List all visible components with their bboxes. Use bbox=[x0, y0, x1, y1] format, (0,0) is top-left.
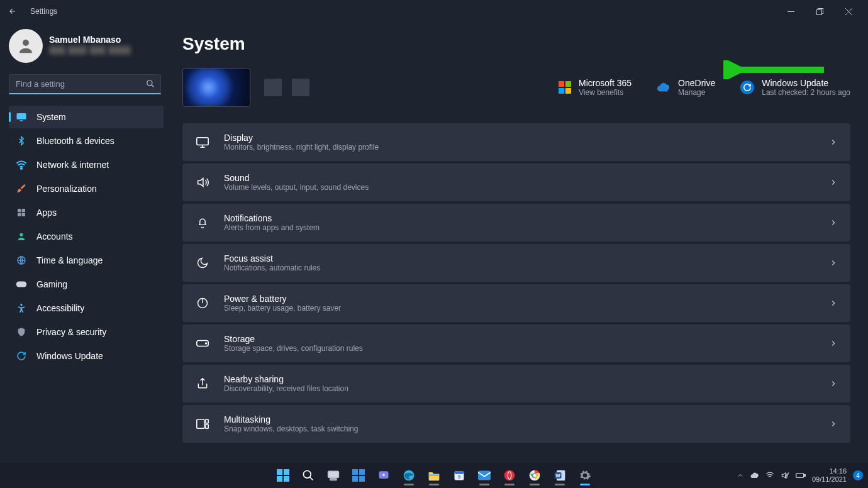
setting-storage[interactable]: Storage Storage space, drives, configura… bbox=[182, 324, 850, 362]
minimize-button[interactable] bbox=[776, 1, 805, 21]
setting-sub: Sleep, battery usage, battery saver bbox=[224, 304, 829, 313]
tray-clock[interactable]: 14:16 09/11/2021 bbox=[812, 467, 847, 483]
setting-sub: Monitors, brightness, night light, displ… bbox=[224, 143, 829, 152]
wifi-tray-icon[interactable] bbox=[765, 471, 774, 480]
taskbar-widgets[interactable] bbox=[348, 465, 369, 486]
bluetooth-icon bbox=[15, 135, 28, 147]
setting-focus-assist[interactable]: Focus assist Notifications, automatic ru… bbox=[182, 244, 850, 282]
ms365-title: Microsoft 365 bbox=[579, 78, 632, 88]
taskbar-start[interactable] bbox=[272, 465, 294, 486]
nav-item-apps[interactable]: Apps bbox=[9, 201, 164, 224]
nav-label: Apps bbox=[36, 208, 57, 218]
nav-label: System bbox=[36, 112, 66, 122]
setting-sub: Alerts from apps and system bbox=[224, 223, 829, 232]
microsoft-logo-icon bbox=[559, 81, 571, 94]
user-email-redacted bbox=[49, 46, 133, 57]
onedrive-sub: Manage bbox=[678, 88, 715, 97]
hero-windows-update[interactable]: Windows Update Last checked: 2 hours ago bbox=[740, 78, 850, 97]
nav-item-windows-update[interactable]: Windows Update bbox=[9, 345, 164, 367]
nav-label: Accessibility bbox=[36, 303, 84, 313]
maximize-button[interactable] bbox=[805, 1, 834, 21]
nav-item-privacy-security[interactable]: Privacy & security bbox=[9, 321, 164, 343]
setting-title: Sound bbox=[224, 173, 829, 183]
notification-badge[interactable]: 4 bbox=[853, 470, 863, 480]
setting-sound[interactable]: Sound Volume levels, output, input, soun… bbox=[182, 164, 850, 201]
gamepad-icon bbox=[15, 278, 28, 291]
hero-ms365[interactable]: Microsoft 365 View benefits bbox=[559, 78, 632, 97]
chevron-right-icon bbox=[829, 419, 838, 428]
nav-label: Personalization bbox=[36, 184, 97, 194]
system-tray[interactable]: 14:16 09/11/2021 4 bbox=[737, 467, 863, 483]
taskbar-center: 9W bbox=[272, 465, 596, 486]
svg-rect-33 bbox=[478, 471, 491, 480]
nav-item-bluetooth-devices[interactable]: Bluetooth & devices bbox=[9, 130, 164, 152]
svg-point-23 bbox=[304, 471, 311, 479]
device-rename-group bbox=[264, 79, 309, 96]
taskbar-opera[interactable] bbox=[499, 465, 520, 486]
taskbar-mail[interactable] bbox=[474, 465, 495, 486]
bell-icon bbox=[195, 215, 210, 230]
nav-label: Privacy & security bbox=[36, 327, 106, 337]
shield-icon bbox=[15, 326, 28, 338]
setting-display[interactable]: Display Monitors, brightness, night ligh… bbox=[182, 123, 850, 161]
moon-icon bbox=[195, 255, 210, 270]
back-button[interactable] bbox=[5, 4, 20, 19]
nav-item-network-internet[interactable]: Network & internet bbox=[9, 153, 164, 176]
volume-tray-icon[interactable] bbox=[781, 471, 789, 480]
desktop-thumbnail[interactable] bbox=[182, 68, 250, 107]
taskbar-settings[interactable] bbox=[574, 465, 596, 486]
window-title: Settings bbox=[30, 7, 57, 16]
nav-item-personalization[interactable]: Personalization bbox=[9, 177, 164, 200]
svg-text:9: 9 bbox=[458, 474, 460, 480]
nav-item-gaming[interactable]: Gaming bbox=[9, 273, 164, 296]
svg-rect-10 bbox=[22, 213, 25, 216]
setting-sub: Discoverability, received files location bbox=[224, 384, 829, 393]
setting-notifications[interactable]: Notifications Alerts from apps and syste… bbox=[182, 204, 850, 241]
setting-multitasking[interactable]: Multitasking Snap windows, desktops, tas… bbox=[182, 405, 850, 443]
svg-rect-24 bbox=[328, 471, 339, 477]
user-profile[interactable]: Samuel Mbanaso bbox=[9, 29, 164, 63]
taskbar-chrome[interactable] bbox=[524, 465, 545, 486]
nav-label: Windows Update bbox=[36, 351, 103, 361]
svg-rect-9 bbox=[18, 213, 21, 216]
tray-time: 14:16 bbox=[812, 467, 847, 475]
nav-item-system[interactable]: System bbox=[9, 106, 164, 128]
nav-item-accessibility[interactable]: Accessibility bbox=[9, 297, 164, 319]
search-box[interactable] bbox=[9, 74, 161, 94]
taskbar-word[interactable]: W bbox=[549, 465, 570, 486]
taskbar-search[interactable] bbox=[298, 465, 319, 486]
monitor-icon bbox=[15, 111, 28, 123]
nav-list: SystemBluetooth & devicesNetwork & inter… bbox=[9, 106, 164, 367]
svg-rect-29 bbox=[429, 474, 440, 476]
setting-sub: Notifications, automatic rules bbox=[224, 263, 829, 272]
onedrive-tray-icon[interactable] bbox=[750, 471, 759, 480]
taskbar-chat[interactable] bbox=[373, 465, 394, 486]
svg-rect-15 bbox=[197, 138, 208, 145]
chevron-right-icon bbox=[829, 138, 838, 147]
main-content: System Microsoft 365 View benefits bbox=[170, 23, 868, 463]
chevron-right-icon bbox=[829, 178, 838, 187]
setting-title: Focus assist bbox=[224, 253, 829, 263]
taskbar-taskview[interactable] bbox=[323, 465, 344, 486]
taskbar-explorer[interactable] bbox=[423, 465, 445, 486]
setting-power-battery[interactable]: Power & battery Sleep, battery usage, ba… bbox=[182, 284, 850, 322]
search-input[interactable] bbox=[9, 74, 161, 94]
page-title: System bbox=[182, 34, 850, 54]
setting-nearby-sharing[interactable]: Nearby sharing Discoverability, received… bbox=[182, 365, 850, 402]
hero-onedrive[interactable]: OneDrive Manage bbox=[657, 78, 715, 97]
nav-item-accounts[interactable]: Accounts bbox=[9, 225, 164, 248]
tray-chevron-up-icon[interactable] bbox=[737, 472, 744, 479]
nav-label: Bluetooth & devices bbox=[36, 136, 114, 146]
sidebar: Samuel Mbanaso SystemBluetooth & devices… bbox=[0, 23, 170, 463]
taskbar-edge[interactable] bbox=[398, 465, 420, 486]
svg-rect-25 bbox=[330, 479, 337, 480]
svg-rect-1 bbox=[816, 9, 821, 14]
taskbar-calendar[interactable]: 9 bbox=[448, 465, 470, 486]
close-button[interactable] bbox=[834, 1, 863, 21]
nav-item-time-language[interactable]: Time & language bbox=[9, 249, 164, 272]
user-name: Samuel Mbanaso bbox=[49, 35, 133, 45]
accessibility-icon bbox=[15, 302, 28, 314]
svg-point-18 bbox=[206, 343, 207, 344]
battery-tray-icon[interactable] bbox=[796, 472, 806, 479]
onedrive-title: OneDrive bbox=[678, 78, 715, 88]
